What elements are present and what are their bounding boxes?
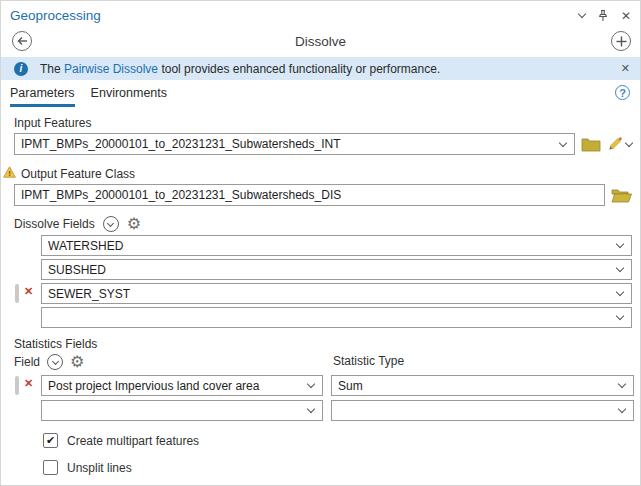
tab-parameters[interactable]: Parameters	[10, 86, 75, 107]
help-icon[interactable]: ?	[615, 85, 630, 100]
input-features-value: IPMT_BMPs_20000101_to_20231231_Subwaters…	[21, 137, 560, 151]
chevron-down-icon	[618, 380, 626, 388]
statistic-type-value: Sum	[338, 379, 619, 393]
back-button[interactable]	[12, 31, 32, 51]
statistics-fields-gear-icon[interactable]: ⚙	[70, 354, 84, 370]
pane-titlebar: Geoprocessing ✕	[1, 1, 640, 26]
dissolve-field-row: ✕ SEWER_SYST	[41, 283, 632, 304]
banner-text-prefix: The	[40, 62, 64, 76]
chevron-down-icon	[616, 264, 624, 272]
dissolve-field-value: SUBSHED	[48, 263, 617, 277]
svg-text:!: !	[8, 169, 11, 178]
edit-pencil-icon[interactable]	[607, 136, 632, 152]
statistic-type-combobox[interactable]	[331, 400, 634, 421]
tool-navbar: Dissolve	[1, 26, 640, 57]
statistics-field-row: ✕ Post project Impervious land cover are…	[41, 375, 632, 396]
dissolve-fields-list: WATERSHED SUBSHED ✕ SEWER_SYST	[41, 235, 632, 328]
banner-message: The Pairwise Dissolve tool provides enha…	[40, 62, 609, 76]
chevron-down-icon	[307, 405, 315, 413]
dissolve-field-row: WATERSHED	[41, 235, 632, 256]
chevron-down-icon	[559, 138, 567, 146]
chevron-down-icon	[616, 312, 624, 320]
banner-close-icon[interactable]: ✕	[621, 63, 630, 74]
statistics-field-combobox[interactable]: Post project Impervious land cover area	[41, 375, 323, 396]
dissolve-field-combobox[interactable]	[41, 307, 632, 328]
browse-folder-icon[interactable]	[581, 137, 601, 152]
chevron-down-icon	[616, 240, 624, 248]
dissolve-field-value: WATERSHED	[48, 239, 617, 253]
dissolve-field-combobox[interactable]: WATERSHED	[41, 235, 632, 256]
pairwise-info-banner: i The Pairwise Dissolve tool provides en…	[1, 57, 640, 80]
chevron-down-icon	[307, 380, 315, 388]
create-multipart-option: ✔ Create multipart features	[43, 433, 632, 448]
remove-row-icon[interactable]: ✕	[24, 378, 33, 389]
dissolve-field-combobox[interactable]: SUBSHED	[41, 259, 632, 280]
add-to-model-button[interactable]	[611, 31, 631, 51]
dissolve-field-value: SEWER_SYST	[48, 287, 617, 301]
statistics-field-combobox[interactable]	[41, 400, 323, 421]
pane-menu-chevron-icon[interactable]	[579, 14, 585, 17]
create-multipart-checkbox[interactable]: ✔	[43, 433, 58, 448]
chevron-down-icon	[618, 405, 626, 413]
unsplit-lines-label: Unsplit lines	[67, 461, 132, 475]
input-features-combobox[interactable]: IPMT_BMPs_20000101_to_20231231_Subwaters…	[14, 133, 575, 155]
dissolve-fields-expand-icon[interactable]	[103, 216, 119, 232]
tab-bar: Parameters Environments ?	[1, 80, 640, 107]
statistics-field-row	[41, 400, 632, 421]
dissolve-fields-gear-icon[interactable]: ⚙	[127, 216, 141, 232]
unsplit-lines-checkbox[interactable]	[43, 460, 58, 475]
statistics-fields-list: ✕ Post project Impervious land cover are…	[41, 375, 632, 421]
remove-row-icon[interactable]: ✕	[24, 286, 33, 297]
statistics-field-column-label: Field	[14, 355, 40, 369]
statistics-fields-expand-icon[interactable]	[47, 354, 63, 370]
output-feature-class-value: IPMT_BMPs_20000101_to_20231231_Subwaters…	[21, 188, 601, 202]
output-feature-class-input[interactable]: IPMT_BMPs_20000101_to_20231231_Subwaters…	[14, 184, 605, 206]
tool-title: Dissolve	[295, 34, 346, 49]
unsplit-lines-option: Unsplit lines	[43, 460, 632, 475]
statistics-field-value: Post project Impervious land cover area	[48, 379, 308, 393]
banner-text-suffix: tool provides enhanced functionality or …	[158, 62, 440, 76]
pairwise-dissolve-link[interactable]: Pairwise Dissolve	[64, 62, 158, 76]
dissolve-field-row	[41, 307, 632, 328]
dissolve-fields-label: Dissolve Fields	[14, 217, 95, 231]
statistic-type-column-label: Statistic Type	[333, 354, 404, 368]
input-features-label: Input Features	[14, 116, 632, 130]
pin-icon[interactable]	[597, 9, 609, 22]
statistics-fields-label: Statistics Fields	[14, 337, 632, 351]
statistic-type-combobox[interactable]: Sum	[331, 375, 634, 396]
info-icon: i	[14, 62, 28, 76]
output-feature-class-label: Output Feature Class	[21, 167, 135, 181]
chevron-down-icon	[616, 288, 624, 296]
edit-options-chevron-icon[interactable]	[625, 138, 633, 146]
dissolve-field-combobox[interactable]: SEWER_SYST	[41, 283, 632, 304]
geoprocessing-pane: Geoprocessing ✕ Dissolve i The Pairwise …	[0, 0, 641, 486]
pane-title: Geoprocessing	[10, 8, 579, 23]
output-browse-folder-icon[interactable]	[611, 188, 632, 203]
row-drag-handle[interactable]	[15, 284, 19, 303]
tab-environments[interactable]: Environments	[91, 86, 167, 107]
warning-icon: !	[3, 166, 16, 181]
dissolve-field-row: SUBSHED	[41, 259, 632, 280]
row-drag-handle[interactable]	[15, 376, 19, 395]
close-icon[interactable]: ✕	[621, 10, 631, 22]
create-multipart-label: Create multipart features	[67, 434, 199, 448]
